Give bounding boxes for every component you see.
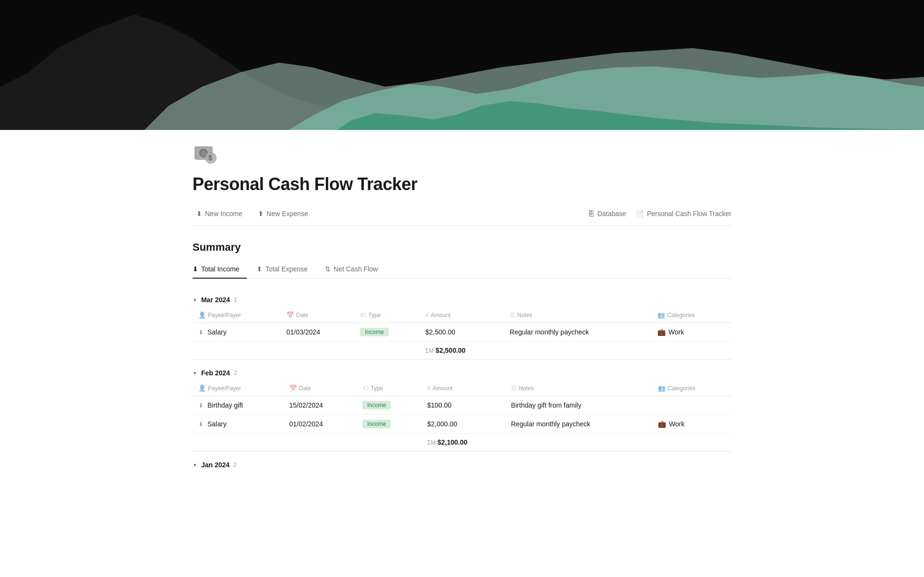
category-name: Work <box>668 328 684 336</box>
svg-point-2 <box>201 150 206 156</box>
chevron-icon: ▼ <box>192 462 197 468</box>
col-header-categories: 👥Categories <box>652 381 732 396</box>
col-icon: 👤 <box>198 311 206 319</box>
col-icon: 📅 <box>289 385 297 392</box>
group-count: 2 <box>233 462 237 468</box>
page-title: Personal Cash Flow Tracker <box>192 174 732 194</box>
group-label: Jan 2024 <box>201 461 230 469</box>
col-icon: # <box>427 385 431 392</box>
tracker-link[interactable]: 📄 Personal Cash Flow Tracker <box>636 210 732 218</box>
download-icon: ⬇ <box>196 210 202 218</box>
group-feb-2024: ▼ Feb 2024 2 👤Payee/Payer📅Date🏷Type#Amou… <box>192 363 732 451</box>
group-label: Feb 2024 <box>201 369 230 377</box>
new-expense-label: New Expense <box>267 210 308 218</box>
col-icon: 👥 <box>658 385 666 392</box>
tab-total-expense[interactable]: ⬆ Total Expense <box>257 261 315 279</box>
payee-cell: ⬇Salary <box>192 323 281 342</box>
tab-net-cash-flow[interactable]: ⇅ Net Cash Flow <box>325 261 385 279</box>
date-cell: 01/03/2024 <box>281 323 354 342</box>
amount-cell: $100.00 <box>422 396 505 415</box>
col-header-type: 🏷Type <box>357 381 422 396</box>
database-link[interactable]: 🗄 Database <box>588 210 626 218</box>
col-header-payeepayer: 👤Payee/Payer <box>192 381 283 396</box>
group-mar-2024: ▼ Mar 2024 1 👤Payee/Payer📅Date🏷Type#Amou… <box>192 290 732 359</box>
group-count: 1 <box>234 296 237 303</box>
col-header-amount: #Amount <box>422 381 505 396</box>
income-tab-icon: ⬇ <box>192 265 198 273</box>
col-header-categories: 👥Categories <box>652 308 732 323</box>
group-jan-2024: ▼ Jan 2024 2 <box>192 455 732 473</box>
group-header-jan-2024[interactable]: ▼ Jan 2024 2 <box>192 455 732 473</box>
table-feb-2024: 👤Payee/Payer📅Date🏷Type#Amount☰Notes👥Cate… <box>192 381 732 451</box>
expense-tab-icon: ⬆ <box>257 265 262 273</box>
total-income-label: Total Income <box>201 265 239 273</box>
summary-title: Summary <box>192 241 732 254</box>
summary-tabs: ⬇ Total Income ⬆ Total Expense ⇅ Net Cas… <box>192 261 732 279</box>
document-icon: 📄 <box>636 210 644 218</box>
table-row: ⬇Salary01/03/2024Income$2,500.00Regular … <box>192 323 732 342</box>
amount-cell: $2,500.00 <box>420 323 504 342</box>
table-mar-2024: 👤Payee/Payer📅Date🏷Type#Amount☰Notes👥Cate… <box>192 308 732 359</box>
net-tab-icon: ⇅ <box>325 265 331 273</box>
hero-banner <box>0 0 924 130</box>
col-icon: 🏷 <box>362 385 369 392</box>
sum-row: ΣM $2,100.00 <box>192 434 732 451</box>
type-cell: Income <box>357 396 422 415</box>
payee-icon: ⬇ <box>198 329 204 336</box>
group-header-feb-2024[interactable]: ▼ Feb 2024 2 <box>192 363 732 381</box>
type-badge: Income <box>362 420 391 428</box>
sum-label: ΣM <box>425 347 434 354</box>
category-cell <box>652 396 732 415</box>
groups-container: ▼ Mar 2024 1 👤Payee/Payer📅Date🏷Type#Amou… <box>192 290 732 473</box>
payee-cell: ⬇Birthday gift <box>192 396 283 415</box>
new-expense-button[interactable]: ⬆ New Expense <box>254 208 312 219</box>
type-badge: Income <box>362 401 391 410</box>
page-icon: $ <box>192 141 219 168</box>
payee-name: Salary <box>207 420 227 428</box>
category-name: Work <box>669 420 684 428</box>
col-header-amount: #Amount <box>420 308 504 323</box>
new-income-button[interactable]: ⬇ New Income <box>192 208 246 219</box>
col-header-payeepayer: 👤Payee/Payer <box>192 308 281 323</box>
col-header-date: 📅Date <box>281 308 354 323</box>
upload-icon: ⬆ <box>258 210 264 218</box>
sum-row: ΣM $2,500.00 <box>192 342 732 359</box>
payee-name: Salary <box>207 328 227 336</box>
col-icon: ☰ <box>511 385 517 392</box>
chevron-icon: ▼ <box>192 371 197 376</box>
col-header-notes: ☰Notes <box>504 308 652 323</box>
toolbar-left: ⬇ New Income ⬆ New Expense <box>192 208 312 219</box>
col-icon: 👥 <box>657 311 665 319</box>
date-cell: 15/02/2024 <box>283 396 357 415</box>
chevron-icon: ▼ <box>192 297 197 303</box>
briefcase-icon: 💼 <box>658 420 666 428</box>
notes-cell: Regular monthly paycheck <box>505 415 652 434</box>
amount-cell: $2,000.00 <box>422 415 505 434</box>
total-expense-label: Total Expense <box>265 265 308 273</box>
category-cell: 💼Work <box>652 323 732 342</box>
tab-total-income[interactable]: ⬇ Total Income <box>192 261 247 279</box>
col-icon: # <box>425 311 429 319</box>
category-cell: 💼Work <box>652 415 732 434</box>
col-header-date: 📅Date <box>283 381 357 396</box>
group-count: 2 <box>234 370 237 376</box>
date-cell: 01/02/2024 <box>283 415 357 434</box>
type-cell: Income <box>354 323 420 342</box>
col-icon: 👤 <box>198 385 206 392</box>
database-icon: 🗄 <box>588 210 594 218</box>
table-row: ⬇Birthday gift15/02/2024Income$100.00Bir… <box>192 396 732 415</box>
toolbar-right: 🗄 Database 📄 Personal Cash Flow Tracker <box>588 210 732 218</box>
page-icon-area: $ <box>192 141 732 168</box>
payee-cell: ⬇Salary <box>192 415 283 434</box>
sum-label: ΣM <box>427 439 436 446</box>
type-badge: Income <box>360 328 388 336</box>
net-cash-flow-label: Net Cash Flow <box>334 265 378 273</box>
group-label: Mar 2024 <box>201 296 230 304</box>
group-header-mar-2024[interactable]: ▼ Mar 2024 1 <box>192 290 732 308</box>
sum-value: $2,500.00 <box>436 346 465 354</box>
col-header-type: 🏷Type <box>354 308 420 323</box>
sum-value: $2,100.00 <box>437 438 467 446</box>
col-header-notes: ☰Notes <box>505 381 652 396</box>
table-row: ⬇Salary01/02/2024Income$2,000.00Regular … <box>192 415 732 434</box>
notes-cell: Birthday gift from family <box>505 396 652 415</box>
